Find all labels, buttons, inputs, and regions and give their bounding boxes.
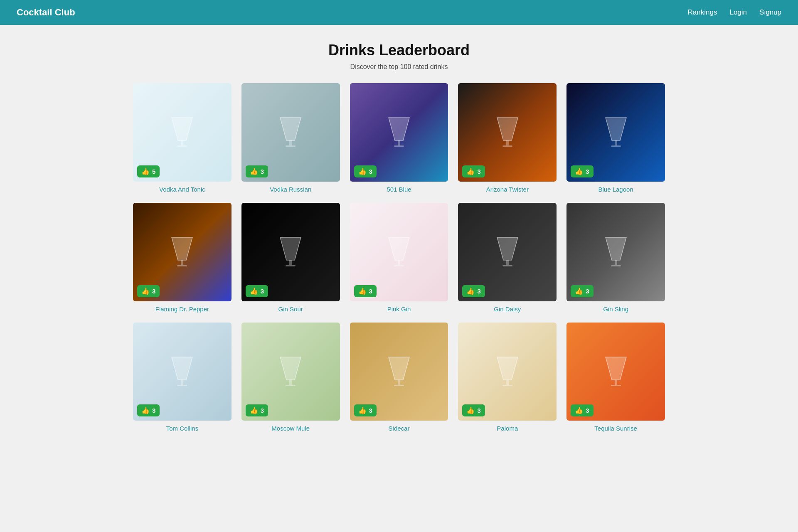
svg-rect-44: [611, 385, 621, 386]
drink-image-wrap: 👍3: [566, 83, 665, 182]
drink-image-wrap: 👍3: [241, 83, 340, 182]
svg-rect-2: [177, 145, 187, 147]
drink-card[interactable]: 👍3Vodka Russian: [241, 83, 340, 193]
svg-marker-27: [606, 237, 626, 260]
drink-card[interactable]: 👍3Arizona Twister: [458, 83, 557, 193]
drink-card[interactable]: 👍3Tequila Sunrise: [566, 323, 665, 432]
svg-rect-40: [506, 380, 509, 385]
svg-rect-43: [615, 380, 617, 385]
drink-card[interactable]: 👍3Tom Collins: [133, 323, 232, 432]
drink-name: Pink Gin: [387, 305, 411, 313]
svg-marker-39: [497, 357, 518, 380]
thumbs-up-icon: 👍: [250, 167, 258, 175]
drink-name: Moscow Mule: [271, 425, 310, 432]
thumbs-up-icon: 👍: [575, 287, 583, 295]
like-badge[interactable]: 👍3: [462, 404, 485, 416]
like-count: 3: [261, 407, 264, 414]
drink-image-wrap: 👍3: [350, 323, 448, 421]
like-badge[interactable]: 👍3: [246, 165, 268, 177]
like-badge[interactable]: 👍3: [571, 285, 593, 297]
thumbs-up-icon: 👍: [466, 167, 475, 175]
drink-image-wrap: 👍3: [133, 323, 232, 421]
drink-name: Gin Sling: [603, 305, 628, 313]
thumbs-up-icon: 👍: [358, 287, 367, 295]
like-badge[interactable]: 👍3: [246, 285, 268, 297]
svg-marker-18: [280, 237, 301, 260]
svg-rect-19: [289, 260, 292, 265]
thumbs-up-icon: 👍: [141, 167, 150, 175]
like-badge[interactable]: 👍3: [354, 285, 377, 297]
svg-rect-16: [181, 260, 183, 265]
drink-name: 501 Blue: [387, 186, 411, 193]
like-badge[interactable]: 👍3: [354, 165, 377, 177]
svg-marker-30: [172, 357, 192, 380]
drink-card[interactable]: 👍5Vodka And Tonic: [133, 83, 232, 193]
like-count: 3: [152, 288, 155, 295]
drink-card[interactable]: 👍3Gin Sour: [241, 203, 340, 313]
like-count: 3: [369, 288, 372, 295]
drink-card[interactable]: 👍3501 Blue: [350, 83, 448, 193]
svg-marker-12: [606, 118, 626, 140]
nav-link-login[interactable]: Login: [729, 8, 747, 17]
svg-rect-11: [502, 145, 512, 147]
drink-image-wrap: 👍3: [241, 323, 340, 421]
like-count: 3: [586, 407, 589, 414]
thumbs-up-icon: 👍: [466, 287, 475, 295]
svg-rect-32: [177, 385, 187, 386]
svg-rect-37: [398, 380, 400, 385]
svg-rect-35: [286, 385, 296, 386]
svg-rect-25: [506, 260, 509, 265]
drink-name: Gin Daisy: [494, 305, 521, 313]
main-nav: Cocktail Club Rankings Login Signup: [0, 0, 798, 25]
svg-rect-13: [615, 140, 617, 145]
like-badge[interactable]: 👍3: [462, 285, 485, 297]
drink-name: Vodka Russian: [270, 186, 311, 193]
drink-card[interactable]: 👍3Pink Gin: [350, 203, 448, 313]
svg-rect-23: [394, 265, 404, 266]
svg-marker-42: [606, 357, 626, 380]
like-count: 3: [586, 168, 589, 175]
like-count: 3: [369, 168, 372, 175]
like-count: 3: [477, 168, 480, 175]
nav-link-rankings[interactable]: Rankings: [688, 8, 717, 17]
svg-marker-24: [497, 237, 518, 260]
drink-name: Arizona Twister: [486, 186, 529, 193]
svg-marker-21: [389, 237, 409, 260]
thumbs-up-icon: 👍: [250, 287, 258, 295]
svg-rect-7: [398, 140, 400, 145]
svg-rect-26: [502, 265, 512, 266]
drink-card[interactable]: 👍3Gin Sling: [566, 203, 665, 313]
thumbs-up-icon: 👍: [575, 406, 583, 414]
drink-name: Vodka And Tonic: [159, 186, 205, 193]
svg-rect-4: [289, 140, 292, 145]
drink-card[interactable]: 👍3Flaming Dr. Pepper: [133, 203, 232, 313]
svg-marker-0: [172, 118, 192, 140]
like-badge[interactable]: 👍3: [571, 165, 593, 177]
nav-link-signup[interactable]: Signup: [759, 8, 781, 17]
like-badge[interactable]: 👍3: [246, 404, 268, 416]
like-badge[interactable]: 👍3: [462, 165, 485, 177]
like-badge[interactable]: 👍3: [571, 404, 593, 416]
page-title: Drinks Leaderboard: [8, 42, 790, 59]
thumbs-up-icon: 👍: [466, 406, 475, 414]
drink-card[interactable]: 👍3Moscow Mule: [241, 323, 340, 432]
drink-card[interactable]: 👍3Sidecar: [350, 323, 448, 432]
svg-rect-41: [502, 385, 512, 386]
like-count: 3: [152, 407, 155, 414]
nav-brand[interactable]: Cocktail Club: [17, 7, 75, 18]
like-count: 3: [586, 288, 589, 295]
svg-rect-28: [615, 260, 617, 265]
drink-name: Sidecar: [389, 425, 410, 432]
svg-rect-34: [289, 380, 292, 385]
svg-rect-20: [286, 265, 296, 266]
drink-card[interactable]: 👍3Gin Daisy: [458, 203, 557, 313]
like-badge[interactable]: 👍5: [137, 165, 160, 177]
like-count: 3: [369, 407, 372, 414]
svg-rect-14: [611, 145, 621, 147]
like-badge[interactable]: 👍3: [137, 285, 160, 297]
drink-card[interactable]: 👍3Blue Lagoon: [566, 83, 665, 193]
like-count: 3: [477, 288, 480, 295]
like-badge[interactable]: 👍3: [137, 404, 160, 416]
like-badge[interactable]: 👍3: [354, 404, 377, 416]
drink-card[interactable]: 👍3Paloma: [458, 323, 557, 432]
